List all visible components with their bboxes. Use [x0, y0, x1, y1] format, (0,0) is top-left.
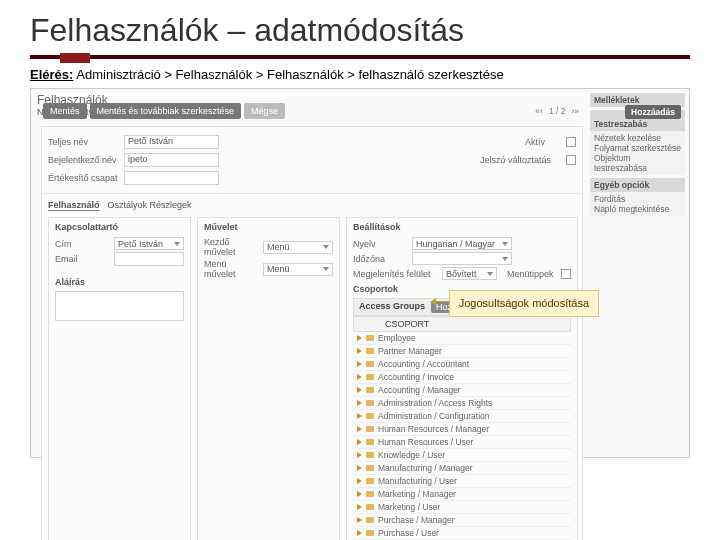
folder-icon: [366, 335, 374, 341]
interface-select[interactable]: Bővített: [442, 267, 497, 280]
email-input[interactable]: [114, 252, 184, 266]
language-select[interactable]: Hungarian / Magyar: [412, 237, 512, 250]
group-row[interactable]: Accounting / Manager: [353, 384, 571, 397]
groups-section: Csoportok Access Groups Hozzáadás CSOPOR…: [353, 284, 571, 540]
group-name: Purchase / Manager: [378, 515, 455, 525]
edit-icon[interactable]: [357, 413, 362, 419]
folder-icon: [366, 478, 374, 484]
group-row[interactable]: Administration / Access Rights: [353, 397, 571, 410]
chevron-down-icon: [502, 257, 508, 261]
name-label: Teljes név: [48, 137, 118, 147]
edit-icon[interactable]: [357, 452, 362, 458]
group-row[interactable]: Human Resources / Manager: [353, 423, 571, 436]
group-row[interactable]: Manufacturing / Manager: [353, 462, 571, 475]
team-input[interactable]: [124, 171, 219, 185]
language-label: Nyelv: [353, 239, 408, 249]
folder-icon: [366, 348, 374, 354]
edit-icon[interactable]: [357, 504, 362, 510]
edit-icon[interactable]: [357, 387, 362, 393]
side-item[interactable]: Folyamat szerkesztése: [594, 143, 681, 153]
group-name: Accounting / Invoice: [378, 372, 454, 382]
group-row[interactable]: Marketing / User: [353, 501, 571, 514]
settings-column: Beállítások Nyelv Hungarian / Magyar Idő…: [346, 217, 578, 540]
address-select[interactable]: Pető István: [114, 237, 184, 250]
group-row[interactable]: Administration / Configuration: [353, 410, 571, 423]
password-change-label: Jelszó változtatás: [480, 155, 560, 165]
signature-textarea[interactable]: [55, 291, 184, 321]
pager-prev-icon[interactable]: «‹: [533, 106, 545, 116]
side-item[interactable]: Objektum testreszabása: [594, 153, 681, 173]
edit-icon[interactable]: [357, 491, 362, 497]
edit-icon[interactable]: [357, 361, 362, 367]
group-row[interactable]: Accounting / Invoice: [353, 371, 571, 384]
edit-icon[interactable]: [357, 530, 362, 536]
group-row[interactable]: Partner Manager: [353, 345, 571, 358]
signature-head: Aláírás: [55, 277, 184, 287]
chevron-down-icon: [323, 245, 329, 249]
add-attachment-button[interactable]: Hozzáadás: [625, 105, 681, 119]
breadcrumb: Elérés: Adminisztráció > Felhasználók > …: [30, 67, 690, 82]
group-name: Human Resources / Manager: [378, 424, 489, 434]
tips-checkbox[interactable]: [561, 269, 571, 279]
side-sec-other: Egyéb opciók: [590, 178, 685, 192]
pager-next-icon[interactable]: ›»: [569, 106, 581, 116]
active-checkbox[interactable]: [566, 137, 576, 147]
password-change-checkbox[interactable]: [566, 155, 576, 165]
page-title: Felhasználók – adatmódosítás: [30, 12, 690, 49]
email-label: Email: [55, 254, 110, 264]
user-form: Teljes név Pető István Aktív Bejelentkez…: [41, 126, 583, 540]
tips-label: Menütippek: [507, 269, 557, 279]
cancel-button[interactable]: Mégse: [244, 103, 285, 119]
save-button[interactable]: Mentés: [43, 103, 87, 119]
login-label: Bejelentkező név: [48, 155, 118, 165]
timezone-select[interactable]: [412, 252, 512, 265]
folder-icon: [366, 517, 374, 523]
edit-icon[interactable]: [357, 439, 362, 445]
group-name: Human Resources / User: [378, 437, 473, 447]
home-action-select[interactable]: Menü: [263, 241, 333, 254]
folder-icon: [366, 465, 374, 471]
group-row[interactable]: Knowledge / User: [353, 449, 571, 462]
edit-icon[interactable]: [357, 400, 362, 406]
save-and-edit-button[interactable]: Mentés és továbbiak szerkesztése: [90, 103, 242, 119]
group-row[interactable]: Manufacturing / User: [353, 475, 571, 488]
side-panel: Mellékletek Hozzáadás Testreszabás Nézet…: [590, 93, 685, 216]
contact-head: Kapcsolattartó: [55, 222, 184, 232]
side-item[interactable]: Nézetek kezelése: [594, 133, 681, 143]
chevron-down-icon: [487, 272, 493, 276]
contact-column: Kapcsolattartó Cím Pető István Email Alá…: [48, 217, 191, 540]
tab-departments[interactable]: Osztályok Részlegek: [108, 200, 192, 211]
settings-head: Beállítások: [353, 222, 571, 232]
group-row[interactable]: Accounting / Accountant: [353, 358, 571, 371]
side-sec-attachments: Mellékletek: [594, 95, 639, 105]
menu-action-select[interactable]: Menü: [263, 263, 333, 276]
timezone-label: Időzóna: [353, 254, 408, 264]
edit-icon[interactable]: [357, 348, 362, 354]
group-row[interactable]: Marketing / Manager: [353, 488, 571, 501]
group-name: Manufacturing / Manager: [378, 463, 473, 473]
team-label: Értékesítő csapat: [48, 173, 118, 183]
group-row[interactable]: Human Resources / User: [353, 436, 571, 449]
group-name: Administration / Configuration: [378, 411, 490, 421]
group-row[interactable]: Employee: [353, 332, 571, 345]
folder-icon: [366, 426, 374, 432]
edit-icon[interactable]: [357, 335, 362, 341]
group-row[interactable]: Purchase / User: [353, 527, 571, 540]
side-item[interactable]: Napló megtekintése: [594, 204, 681, 214]
annotation-callout: Jogosultságok módosítása: [449, 290, 599, 317]
name-input[interactable]: Pető István: [124, 135, 219, 149]
folder-icon: [366, 374, 374, 380]
edit-icon[interactable]: [357, 374, 362, 380]
record-pager[interactable]: «‹ 1 / 2 ›»: [533, 103, 581, 119]
edit-icon[interactable]: [357, 465, 362, 471]
group-name: Knowledge / User: [378, 450, 445, 460]
edit-icon[interactable]: [357, 426, 362, 432]
tab-user[interactable]: Felhasználó: [48, 200, 100, 211]
edit-icon[interactable]: [357, 478, 362, 484]
group-row[interactable]: Purchase / Manager: [353, 514, 571, 527]
group-column-header: CSOPORT: [385, 319, 429, 329]
login-input[interactable]: ipeto: [124, 153, 219, 167]
side-item[interactable]: Fordítás: [594, 194, 681, 204]
edit-icon[interactable]: [357, 517, 362, 523]
folder-icon: [366, 491, 374, 497]
